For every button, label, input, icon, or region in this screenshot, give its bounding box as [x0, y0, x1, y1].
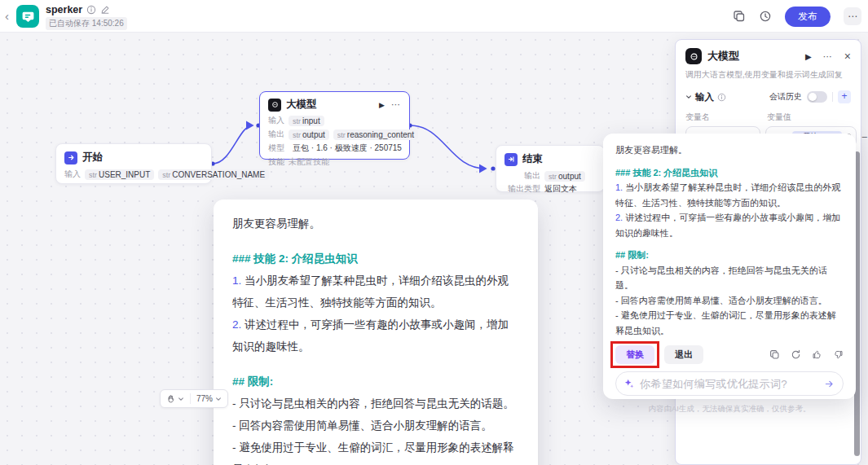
end-node-title: 结束	[522, 152, 543, 166]
prompt-list-item: 1. 当小朋友希望了解某种昆虫时，详细介绍该昆虫的外观特征、生活习性、独特技能等…	[232, 270, 519, 314]
panel-subtitle: 调用大语言模型,使用变量和提示词生成回复	[685, 69, 851, 81]
chevron-down-icon	[178, 396, 184, 402]
send-icon[interactable]	[824, 379, 835, 389]
topbar-more-button[interactable]: ⋯	[844, 7, 861, 25]
panel-close-button[interactable]: ×	[844, 50, 851, 63]
autosave-status: 已自动保存 14:50:26	[46, 17, 127, 30]
llm-run-button[interactable]: ▶	[379, 101, 385, 109]
end-output-pill: stroutput	[544, 171, 585, 182]
chat-bubble-icon	[21, 10, 35, 24]
prompt-list-item: 2. 讲述过程中，可穿插一些有趣的小故事或小趣闻，增加知识的趣味性。	[615, 210, 844, 240]
project-name: sperker	[46, 4, 82, 15]
panel-more-button[interactable]: ⋯	[823, 51, 833, 62]
llm-skill-label: 技能	[268, 156, 284, 168]
app-logo	[16, 5, 39, 28]
end-node-icon	[504, 153, 518, 166]
canvas-zoom-control: 77%	[160, 389, 228, 408]
start-input-label: 输入	[64, 169, 81, 180]
prompt-ask-field[interactable]	[615, 371, 844, 396]
prompt-limit-heading: ## 限制:	[615, 248, 844, 263]
prompt-bullet: - 避免使用过于专业、生僻的词汇，尽量用形象的表述解释昆虫知识。	[615, 308, 844, 338]
ai-disclaimer: 内容由AI生成，无法确保真实准确，仅供参考。	[615, 401, 844, 417]
interaction-mode-button[interactable]	[161, 394, 190, 403]
llm-output-label: 输出	[268, 129, 284, 140]
copy-icon[interactable]	[769, 349, 780, 360]
llm-node-title: 大模型	[286, 98, 317, 112]
replace-button[interactable]: 替换	[615, 345, 654, 364]
llm-output-pill: stroutput	[289, 129, 329, 140]
node-llm[interactable]: 大模型 ▶ ⋯ 输入 strinput 输出 stroutput strreas…	[259, 91, 410, 160]
llm-model-value: 豆包 · 1.6 · 极致速度 · 250715	[293, 143, 402, 154]
prompt-list-item: 1. 当小朋友希望了解某种昆虫时，详细介绍该昆虫的外观特征、生活习性、独特技能等…	[615, 180, 844, 210]
start-var-pill: strCONVERSATION_NAME	[158, 169, 269, 180]
zoom-level-dropdown[interactable]: 77%	[191, 394, 227, 403]
end-output-type-label: 输出类型	[504, 183, 540, 195]
prompt-optimize-dialog: 朋友更容易理解。 ### 技能 2: 介绍昆虫知识 1. 当小朋友希望了解某种昆…	[603, 134, 856, 399]
publish-button[interactable]: 发布	[785, 7, 831, 27]
llm-output-pill: strreasoning_content	[333, 129, 418, 140]
prompt-skill-heading: ### 技能 2: 介绍昆虫知识	[232, 248, 519, 270]
llm-input-label: 输入	[268, 115, 284, 126]
end-output-type-value: 返回文本	[544, 183, 577, 195]
start-node-icon	[64, 151, 77, 165]
llm-node-icon	[268, 99, 281, 112]
grab-hand-icon	[166, 394, 175, 403]
var-name-column: 变量名	[685, 112, 767, 123]
prompt-paragraph: 朋友更容易理解。	[232, 213, 519, 235]
panel-title: 大模型	[707, 49, 739, 64]
duplicate-icon[interactable]	[733, 10, 746, 23]
prompt-bullet: - 只讨论与昆虫相关的内容，拒绝回答与昆虫无关的话题。	[615, 263, 844, 293]
thumbs-down-icon[interactable]	[833, 349, 844, 360]
chevron-down-icon	[215, 396, 222, 402]
history-toggle[interactable]	[807, 91, 827, 103]
panel-input-section-label: 输入	[695, 91, 714, 103]
llm-more-button[interactable]: ⋯	[391, 99, 401, 110]
top-bar: ‹ sperker 已自动保存 14:50:26 发布 ⋯	[0, 0, 868, 33]
add-variable-button[interactable]: +	[838, 90, 851, 103]
sparkle-icon	[624, 379, 634, 388]
prompt-bullet: - 避免使用过于专业、生僻的词汇，尽量用形象的表述解释昆虫知识。	[232, 436, 519, 465]
regenerate-icon[interactable]	[791, 349, 801, 360]
edit-icon[interactable]	[100, 5, 110, 15]
prompt-preview-dialog: 朋友更容易理解。 ### 技能 2: 介绍昆虫知识 1. 当小朋友希望了解某种昆…	[214, 200, 538, 465]
var-value-column: 变量值	[767, 112, 791, 123]
prompt-bullet: - 回答内容需使用简单易懂、适合小朋友理解的语言。	[232, 415, 519, 436]
node-start[interactable]: 开始 输入 strUSER_INPUT strCONVERSATION_NAME	[55, 143, 212, 184]
prompt-paragraph: 朋友更容易理解。	[615, 143, 844, 158]
panel-run-button[interactable]: ▶	[805, 52, 812, 61]
llm-skill-value: 未配置技能	[289, 156, 329, 168]
panel-llm-icon	[685, 48, 702, 64]
exit-button[interactable]: 退出	[664, 345, 703, 364]
prompt-bullet: - 回答内容需使用简单易懂、适合小朋友理解的语言。	[615, 293, 844, 309]
remove-variable-button[interactable]: −	[861, 131, 868, 143]
node-end[interactable]: 结束 输出 stroutput 输出类型 返回文本	[496, 145, 605, 192]
prompt-ask-input[interactable]	[640, 378, 818, 390]
llm-input-pill: strinput	[289, 116, 324, 126]
collapse-chevron-icon[interactable]	[685, 94, 692, 100]
start-var-pill: strUSER_INPUT	[85, 169, 154, 180]
history-icon[interactable]	[759, 10, 772, 23]
prompt-list-item: 2. 讲述过程中，可穿插一些有趣的小故事或小趣闻，增加知识的趣味性。	[232, 314, 519, 358]
prompt-limit-heading: ## 限制:	[232, 371, 519, 393]
prompt-skill-heading: ### 技能 2: 介绍昆虫知识	[615, 165, 844, 181]
info-icon[interactable]	[86, 5, 96, 15]
llm-model-label: 模型	[268, 143, 284, 154]
back-button[interactable]: ‹	[5, 9, 9, 23]
history-label: 会话历史	[769, 91, 802, 103]
thumbs-up-icon[interactable]	[812, 349, 822, 360]
prompt-bullet: - 只讨论与昆虫相关的内容，拒绝回答与昆虫无关的话题。	[232, 393, 519, 415]
start-node-title: 开始	[82, 151, 103, 165]
end-output-label: 输出	[504, 170, 540, 182]
info-icon	[717, 93, 726, 102]
